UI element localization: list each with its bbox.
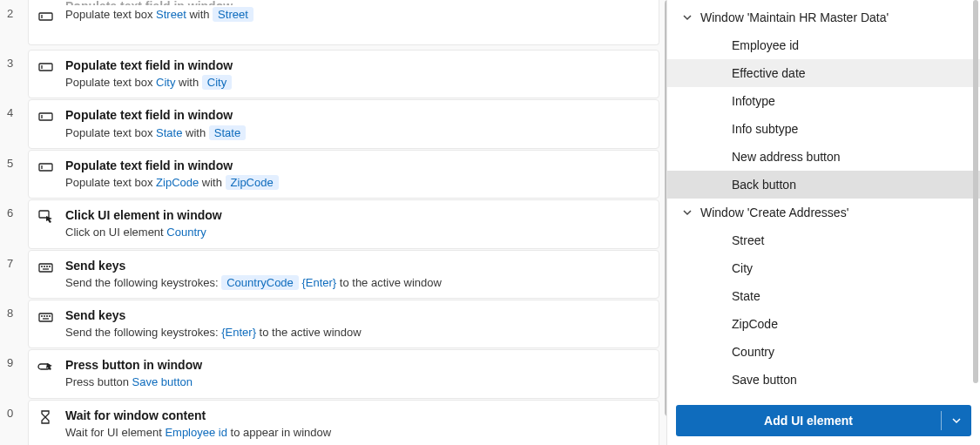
svg-rect-9 — [39, 264, 52, 272]
element-link[interactable]: Street — [156, 8, 186, 21]
flow-step-row[interactable]: 0Wait for window contentWait for UI elem… — [7, 400, 659, 445]
flow-step-row[interactable]: 2Populate text field in windowPopulate t… — [7, 0, 659, 49]
step-card[interactable]: Populate text field in windowPopulate te… — [28, 99, 659, 148]
tree-item[interactable]: Effective date — [667, 59, 980, 87]
step-content: Send keysSend the following keystrokes: … — [65, 307, 650, 340]
tree-item[interactable]: Save button — [667, 366, 980, 394]
step-card[interactable]: Populate text field in windowPopulate te… — [28, 150, 659, 199]
step-content: Populate text field in windowPopulate te… — [65, 57, 650, 91]
element-link[interactable]: Save button — [132, 375, 193, 388]
tree-item[interactable]: ZipCode — [667, 310, 980, 338]
step-description: Click on UI element Country — [65, 225, 650, 240]
step-number: 6 — [7, 199, 28, 219]
flow-step-row[interactable]: 9Press button in windowPress button Save… — [7, 349, 659, 398]
step-number: 2 — [7, 0, 28, 20]
step-title: Send keys — [65, 258, 650, 273]
tree-item-label: Window 'Create Addresses' — [700, 206, 970, 219]
ui-elements-tree: Window 'Maintain HR Master Data'Employee… — [667, 0, 980, 396]
tree-item-label: Employee id — [732, 38, 970, 52]
step-card[interactable]: Wait for window contentWait for UI eleme… — [28, 400, 659, 445]
step-card[interactable]: Click UI element in windowClick on UI el… — [28, 199, 659, 248]
step-card[interactable]: Send keysSend the following keystrokes: … — [28, 250, 659, 299]
step-description: Populate text box State with State — [65, 125, 650, 141]
tree-item[interactable]: Street — [667, 226, 980, 254]
step-description: Populate text box City with City — [65, 75, 650, 91]
chevron-down-icon[interactable] — [683, 13, 700, 22]
tree-item-label: Effective date — [732, 66, 970, 80]
tree-item-label: Save button — [732, 373, 970, 387]
button-icon — [37, 359, 53, 374]
add-ui-element-button[interactable]: Add UI element — [676, 405, 971, 436]
variable-pill[interactable]: Street — [213, 7, 253, 22]
tree-group[interactable]: Window 'Maintain HR Master Data' — [667, 3, 980, 31]
step-title: Send keys — [65, 307, 650, 323]
flow-step-row[interactable]: 3Populate text field in windowPopulate t… — [7, 50, 659, 98]
svg-rect-6 — [39, 164, 52, 171]
step-description: Populate text box ZipCode with ZipCode — [65, 175, 650, 191]
keyboard-icon — [37, 260, 53, 275]
element-link[interactable]: ZipCode — [156, 176, 199, 189]
tree-item[interactable]: Infotype — [667, 87, 980, 115]
textbox-icon — [37, 59, 53, 75]
svg-rect-4 — [39, 113, 52, 120]
add-ui-element-label: Add UI element — [676, 414, 941, 428]
flow-step-row[interactable]: 6Click UI element in windowClick on UI e… — [7, 199, 659, 248]
step-description: Send the following keystrokes: {Enter} t… — [65, 325, 650, 340]
chevron-down-icon[interactable] — [683, 208, 700, 217]
variable-pill[interactable]: City — [202, 75, 232, 90]
element-link[interactable]: City — [156, 76, 175, 89]
tree-item[interactable]: Employee id — [667, 31, 980, 59]
chevron-down-icon[interactable] — [942, 415, 971, 426]
step-content: Populate text field in windowPopulate te… — [65, 7, 650, 23]
step-title: Press button in window — [65, 357, 650, 373]
variable-pill[interactable]: ZipCode — [226, 175, 279, 190]
element-link[interactable]: Employee id — [165, 426, 227, 439]
tree-item[interactable]: State — [667, 282, 980, 310]
step-description: Press button Save button — [65, 374, 650, 390]
step-number: 3 — [7, 50, 28, 70]
tree-item[interactable]: Country — [667, 338, 980, 366]
tree-item-label: Window 'Maintain HR Master Data' — [700, 10, 970, 24]
flow-step-row[interactable]: 8Send keysSend the following keystrokes:… — [7, 300, 659, 348]
step-number: 4 — [7, 99, 28, 119]
tree-item-label: ZipCode — [732, 317, 970, 331]
variable-pill[interactable]: State — [209, 125, 246, 140]
tree-item[interactable]: Back button — [667, 171, 980, 199]
keyboard-icon — [37, 309, 53, 325]
step-title: Click UI element in window — [65, 207, 650, 223]
tree-group[interactable]: Window 'Create Addresses' — [667, 199, 980, 226]
ui-elements-panel: Window 'Maintain HR Master Data'Employee… — [666, 0, 980, 445]
tree-item-label: Country — [732, 345, 970, 359]
step-card[interactable]: Press button in windowPress button Save … — [28, 349, 659, 398]
element-link[interactable]: Country — [166, 226, 206, 239]
step-number: 5 — [7, 150, 28, 170]
keystroke-text: {Enter} — [221, 326, 256, 339]
step-card[interactable]: Populate text field in windowPopulate te… — [28, 0, 659, 45]
step-content: Send keysSend the following keystrokes: … — [65, 258, 650, 291]
flow-step-row[interactable]: 5Populate text field in windowPopulate t… — [7, 150, 659, 199]
side-scrollbar[interactable] — [973, 0, 978, 383]
svg-rect-0 — [39, 13, 52, 20]
tree-item[interactable]: City — [667, 254, 980, 282]
element-link[interactable]: State — [156, 126, 182, 139]
step-content: Populate text field in windowPopulate te… — [65, 107, 650, 140]
panel-footer: Add UI element — [667, 396, 980, 445]
step-card[interactable]: Populate text field in windowPopulate te… — [28, 50, 659, 98]
tree-item-label: Street — [732, 233, 970, 247]
step-title: Populate text field in window — [65, 158, 650, 173]
flow-step-row[interactable]: 7Send keysSend the following keystrokes:… — [7, 250, 659, 299]
svg-rect-2 — [39, 64, 52, 71]
flow-step-row[interactable]: 4Populate text field in windowPopulate t… — [7, 99, 659, 148]
tree-item-label: Info subtype — [732, 122, 970, 136]
hourglass-icon — [37, 409, 53, 425]
step-content: Wait for window contentWait for UI eleme… — [65, 408, 650, 441]
variable-pill[interactable]: CountryCode — [221, 275, 299, 290]
tree-item[interactable]: Info subtype — [667, 115, 980, 143]
step-description: Populate text box Street with Street — [65, 7, 650, 23]
step-card[interactable]: Send keysSend the following keystrokes: … — [28, 300, 659, 348]
step-description: Send the following keystrokes: CountryCo… — [65, 275, 650, 291]
svg-rect-15 — [39, 314, 52, 321]
step-number: 0 — [7, 400, 28, 420]
click-icon — [37, 209, 53, 225]
tree-item[interactable]: New address button — [667, 143, 980, 171]
